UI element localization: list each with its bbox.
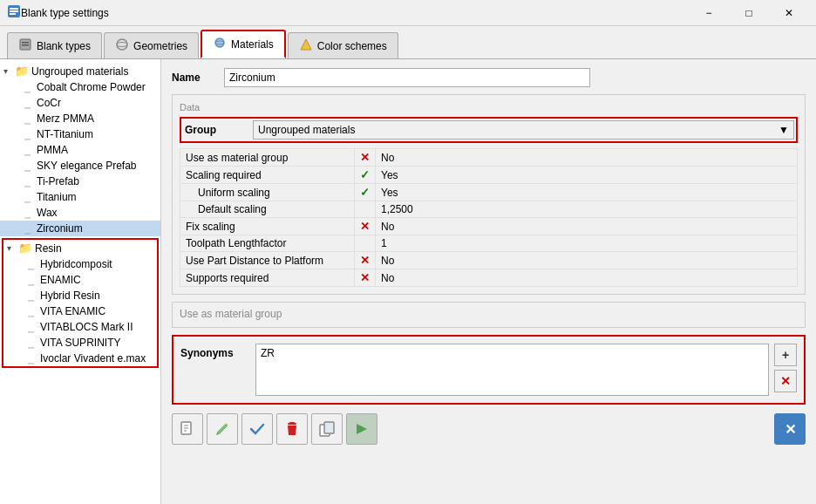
svg-point-8 — [117, 43, 127, 47]
prop-row-supports: Supports required ✕ No — [180, 269, 798, 287]
tab-geometries-label: Geometries — [133, 40, 187, 52]
geometries-icon — [115, 37, 129, 54]
tab-color-schemes[interactable]: Color schemes — [288, 32, 398, 58]
prop-label-scaling-required: Scaling required — [180, 167, 355, 184]
tab-color-schemes-label: Color schemes — [317, 40, 387, 52]
check-yes-icon-2: ✓ — [360, 186, 370, 199]
group-ungrouped-label: Ungrouped materials — [31, 65, 128, 78]
tree-item-pmma[interactable]: ⎯ PMMA — [0, 142, 160, 158]
group-dropdown[interactable]: Ungrouped materials ▼ — [253, 120, 794, 140]
item-line-merz: ⎯ — [24, 112, 31, 125]
close-main-button[interactable]: ✕ — [774, 413, 806, 445]
toolbar-left — [172, 413, 377, 445]
name-input[interactable] — [224, 68, 590, 87]
use-as-group-label: Use as material group — [180, 308, 282, 320]
check-icon — [248, 420, 266, 438]
delete-button[interactable] — [276, 413, 308, 445]
materials-icon — [213, 36, 227, 52]
svg-rect-2 — [10, 10, 18, 12]
prop-label-uniform-scaling: Uniform scaling — [180, 184, 355, 201]
svg-rect-6 — [22, 44, 29, 46]
name-row: Name — [172, 68, 806, 87]
item-line-vitablocs: ⎯ — [28, 321, 34, 333]
resin-group-container: ▾ 📁 Resin ⎯ Hybridcomposit ⎯ ENAMIC ⎯ Hy… — [2, 238, 159, 368]
next-button[interactable] — [346, 413, 377, 445]
folder-icon-resin: 📁 — [18, 242, 32, 255]
title-bar: Blank type settings − □ ✕ — [0, 0, 816, 26]
tree-item-cobalt[interactable]: ⎯ Cobalt Chrome Powder — [0, 79, 160, 95]
edit-icon — [214, 420, 231, 438]
prop-value-fix-scaling: No — [376, 218, 798, 235]
tree-item-ivoclar[interactable]: ⎯ Ivoclar Vivadent e.max — [3, 351, 157, 366]
prop-label-use-as-material: Use as material group — [180, 149, 355, 167]
tree-item-enamic[interactable]: ⎯ ENAMIC — [3, 272, 157, 288]
toolbar-right: ✕ — [774, 413, 806, 445]
item-line-titanium: ⎯ — [24, 191, 31, 203]
prop-check-default-scaling — [355, 201, 376, 218]
prop-value-toolpath: 1 — [376, 235, 798, 252]
item-label-hybridresin: Hybrid Resin — [40, 289, 100, 302]
item-label-hybrid: Hybridcomposit — [40, 258, 112, 270]
svg-point-9 — [215, 38, 224, 47]
tree-item-vitablocs[interactable]: ⎯ VITABLOCS Mark II — [3, 319, 157, 335]
tree-item-wax[interactable]: ⎯ Wax — [0, 205, 160, 221]
right-panel: Name Data Group Ungrouped materials ▼ Us… — [161, 59, 816, 504]
prop-check-use-as-material: ✕ — [355, 149, 376, 167]
item-label-enamic: ENAMIC — [40, 274, 81, 286]
prop-label-supports: Supports required — [180, 269, 355, 287]
prop-row-fix-scaling: Fix scaling ✕ No — [180, 218, 798, 235]
minimize-button[interactable]: − — [689, 0, 729, 26]
svg-rect-3 — [10, 13, 16, 15]
prop-value-scaling-required: Yes — [376, 167, 798, 184]
synonyms-delete-button[interactable]: ✕ — [774, 370, 797, 392]
prop-row-default-scaling: Default scaling 1,2500 — [180, 201, 798, 218]
tree-item-cocr[interactable]: ⎯ CoCr — [0, 95, 160, 111]
tree-item-vita-enamic[interactable]: ⎯ VITA ENAMIC — [3, 303, 157, 319]
check-yes-icon: ✓ — [360, 168, 370, 181]
tab-materials[interactable]: Materials — [201, 30, 286, 58]
accept-button[interactable] — [241, 413, 273, 445]
tree-item-vita-suprinity[interactable]: ⎯ VITA SUPRINITY — [3, 335, 157, 351]
expand-icon-ungrouped: ▾ — [3, 66, 12, 76]
tab-blank-types[interactable]: Blank types — [7, 32, 102, 58]
item-label-nt: NT-Titanium — [37, 128, 93, 140]
item-label-ivoclar: Ivoclar Vivadent e.max — [40, 352, 146, 364]
data-section: Data Group Ungrouped materials ▼ Use as … — [172, 94, 806, 295]
copy-button[interactable] — [311, 413, 343, 445]
item-label-vita-enamic: VITA ENAMIC — [40, 305, 105, 317]
tree-item-merz[interactable]: ⎯ Merz PMMA — [0, 111, 160, 126]
tree-item-sky[interactable]: ⎯ SKY elegance Prefab — [0, 158, 160, 174]
tree-item-hybrid-resin[interactable]: ⎯ Hybrid Resin — [3, 288, 157, 303]
next-icon — [353, 420, 371, 438]
window-controls: − □ ✕ — [689, 0, 809, 26]
tree-group-ungrouped[interactable]: ▾ 📁 Ungrouped materials — [0, 63, 160, 79]
new-button[interactable] — [172, 413, 203, 445]
synonyms-textarea[interactable]: ZR — [255, 344, 769, 396]
tab-geometries[interactable]: Geometries — [104, 32, 199, 58]
main-content: ▾ 📁 Ungrouped materials ⎯ Cobalt Chrome … — [0, 58, 816, 504]
prop-row-toolpath: Toolpath Lengthfactor 1 — [180, 235, 798, 252]
tree-item-hybridcomposit[interactable]: ⎯ Hybridcomposit — [3, 256, 157, 272]
tree-item-titanium[interactable]: ⎯ Titanium — [0, 189, 160, 205]
svg-rect-16 — [289, 422, 295, 424]
tab-materials-label: Materials — [231, 38, 274, 51]
dropdown-arrow-icon: ▼ — [779, 124, 789, 136]
tree-item-zirconium[interactable]: ⎯ Zirconium — [0, 221, 160, 236]
prop-label-use-part-distance: Use Part Distance to Platform — [180, 252, 355, 269]
prop-label-default-scaling: Default scaling — [180, 201, 355, 218]
tree-item-ti-prefab[interactable]: ⎯ Ti-Prefab — [0, 174, 160, 189]
tree-item-nt-titanium[interactable]: ⎯ NT-Titanium — [0, 126, 160, 142]
item-line-sky: ⎯ — [24, 160, 31, 172]
data-section-title: Data — [180, 102, 798, 112]
prop-check-supports: ✕ — [355, 269, 376, 287]
synonyms-add-button[interactable]: + — [774, 344, 797, 366]
item-line-cobalt: ⎯ — [24, 81, 31, 93]
close-button[interactable]: ✕ — [769, 0, 809, 26]
svg-rect-18 — [324, 422, 334, 433]
edit-button[interactable] — [207, 413, 238, 445]
check-no-icon: ✕ — [360, 151, 370, 164]
maximize-button[interactable]: □ — [729, 0, 769, 26]
item-label-pmma: PMMA — [37, 144, 68, 156]
group-resin-label: Resin — [35, 242, 62, 255]
tree-group-resin[interactable]: ▾ 📁 Resin — [3, 240, 157, 256]
